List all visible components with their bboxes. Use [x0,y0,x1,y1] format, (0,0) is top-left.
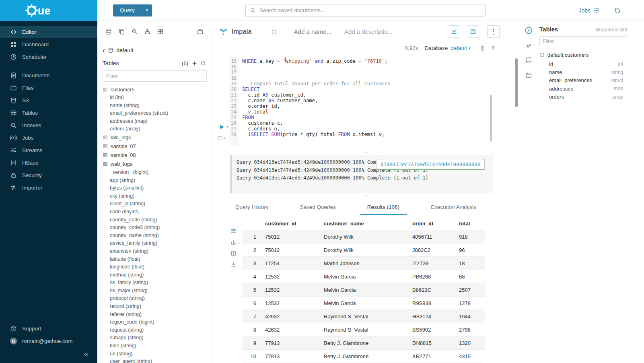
tab-saved-queries[interactable]: Saved Queries [300,204,336,215]
sidebar-item-dashboard[interactable]: Dashboard [0,38,97,51]
assist-column[interactable]: code (tinyint) [97,208,212,216]
sidebar-item-indexes[interactable]: Indexes [0,119,97,132]
query-history-icon[interactable] [614,7,621,14]
functions-icon[interactable]: x² [526,43,531,49]
settings-gear-icon[interactable] [479,45,486,51]
workflow-icon[interactable] [144,28,151,35]
sidebar-item-tables[interactable]: Tables [0,107,97,119]
assist-column[interactable]: orders (array) [97,125,212,133]
search-input[interactable] [259,7,481,13]
refresh-icon[interactable] [201,61,206,66]
right-panel-column[interactable]: namestring [539,68,627,76]
documents-icon[interactable] [118,28,125,35]
results-download-button[interactable] [230,262,237,268]
right-filter-input[interactable] [539,36,627,46]
query-button[interactable]: Query [113,4,142,16]
right-panel-column[interactable]: addressesmap [539,85,627,93]
run-query-button[interactable] [218,124,225,130]
sidebar-item-streams[interactable]: Streams [0,144,97,157]
sidebar-item-documents[interactable]: Documents [0,69,97,82]
assist-column[interactable]: addresses (map) [97,118,212,126]
hue-logo[interactable]: ue [0,0,97,21]
assist-column[interactable]: region_code (bigint) [97,318,212,326]
language-reference-icon[interactable] [525,57,532,64]
assist-column[interactable]: os_family (string) [97,279,212,287]
assist-column[interactable]: time (string) [97,342,212,350]
sidebar-item-scheduler[interactable]: Scheduler [0,51,97,63]
assist-column[interactable]: client_ip (string) [97,200,212,208]
databases-icon[interactable] [105,28,112,35]
sidebar-item-hbase[interactable]: HBase [0,157,97,169]
editor-assistant-icon[interactable] [525,26,533,35]
assist-column[interactable]: method (string) [97,271,212,279]
new-query-button-group[interactable]: Query ▾ [113,4,152,16]
assist-column[interactable]: request (string) [97,326,212,334]
active-database[interactable]: default [116,47,133,54]
jobs-link[interactable]: Jobs [578,7,600,14]
tab-execution-analysis[interactable]: Execution Analysis [431,204,476,215]
run-options-caret-icon[interactable]: ▾ [226,125,228,129]
schedule-icon[interactable] [525,72,532,78]
assist-column[interactable]: longitude (float) [97,263,212,271]
assist-column[interactable]: _version_ (bigint) [97,169,212,177]
assist-column[interactable]: latitude (float) [97,256,212,264]
right-panel-column[interactable]: idint [539,60,627,68]
right-panel-column[interactable]: ordersarray [539,93,627,101]
results-col-header[interactable]: total [456,217,485,230]
back-chevron-icon[interactable]: ‹ [103,47,105,53]
assist-table-web_logs[interactable]: web_logs [97,160,212,169]
assist-column[interactable]: os_major (string) [97,287,212,295]
assist-column[interactable]: country_code (string) [97,216,212,224]
global-search[interactable] [245,4,486,16]
assist-table-k8s_logs[interactable]: k8s_logs [97,133,212,142]
assist-column[interactable]: referer (string) [97,311,212,319]
sql-editor[interactable]: 15WHERE a.key = 'shipping' and a.zip_cod… [212,56,520,155]
results-col-header[interactable]: customer_name [321,217,409,230]
assist-column[interactable]: email_preferences (struct) [97,109,212,118]
results-chart-view-button[interactable]: ▾ [230,239,237,245]
sidebar-item-jobs[interactable]: Jobs [0,132,97,144]
user-menu[interactable]: R romain@gethue.com [0,335,97,347]
chart-button[interactable] [448,25,460,38]
tab-results[interactable]: Results (106) [360,204,407,215]
sidebar-item-editor[interactable]: Editor [0,26,97,38]
editor-scrollbar[interactable] [490,95,492,142]
assist-filter-input[interactable] [103,70,207,82]
assist-column[interactable]: name (string) [97,102,212,110]
editor-help-icon[interactable]: ? [492,45,495,51]
results-grid-view-button[interactable] [230,228,237,234]
assist-column[interactable]: subapp (string) [97,334,212,342]
assist-column[interactable]: app (string) [97,177,212,185]
collections-icon[interactable] [197,28,204,35]
resize-handle-top[interactable]: ⋯ [212,151,520,155]
assist-column[interactable]: device_family (string) [97,239,212,248]
assist-column[interactable]: id (int) [97,94,212,102]
assist-column[interactable]: city (string) [97,192,212,200]
assist-column[interactable]: user_agent (string) [97,358,212,363]
assist-column[interactable]: record (string) [97,303,212,311]
resize-handle-bottom[interactable]: ⋯ [212,194,520,198]
support-link[interactable]: Support [0,322,97,335]
query-versions-icon[interactable] [271,29,277,35]
sidebar-item-files[interactable]: Files [0,82,97,94]
assist-column[interactable]: country_name (string) [97,232,212,240]
assist-column[interactable]: protocol (string) [97,295,212,303]
sidebar-item-importer[interactable]: Importer [0,182,97,194]
assist-table-sample_08[interactable]: sample_08 [97,151,212,160]
assist-column[interactable]: country_code3 (string) [97,224,212,232]
main-scrollbar[interactable] [515,58,518,107]
sidebar-item-security[interactable]: Security [0,169,97,182]
save-button[interactable] [467,25,479,38]
query-description-input[interactable]: Add a descriptio... [344,28,393,35]
right-panel-column[interactable]: email_preferencesstruct [539,76,627,85]
apps-icon[interactable] [157,28,164,35]
database-selector[interactable]: default ▾ [451,45,471,51]
statement-options-button[interactable]: ▾ [218,135,226,140]
search-plus-icon[interactable] [131,28,138,35]
query-dropdown-button[interactable]: ▾ [142,4,152,16]
assist-table-customers[interactable]: customers [97,85,212,94]
more-actions-button[interactable]: ⋮ [487,25,500,38]
tab-query-history[interactable]: Query History [235,204,269,215]
results-columns-button[interactable] [230,250,237,256]
query-name-input[interactable]: Add a name... [294,28,331,35]
